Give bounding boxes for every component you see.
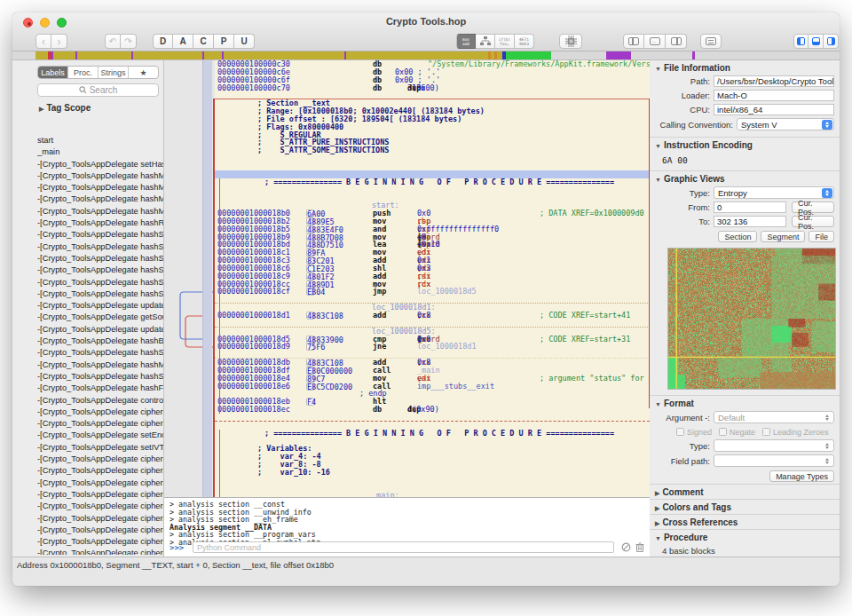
field-path-popup[interactable] — [714, 454, 834, 467]
label-list-item[interactable]: start — [37, 135, 163, 146]
asm-line[interactable]: 00000001000018d975F6jneloc_1000018d1 — [215, 343, 650, 351]
label-list-item[interactable]: -[Crypto_ToolsAppDelegate update… — [37, 300, 163, 312]
label-list-item[interactable]: -[Crypto_ToolsAppDelegate hashSH… — [37, 265, 163, 276]
checkbox-negate[interactable]: Negate — [719, 428, 755, 437]
format-type-popup[interactable] — [714, 439, 834, 452]
view-cfg-button[interactable] — [476, 34, 495, 49]
label-list-item[interactable]: -[Crypto_ToolsAppDelegate hashSH… — [37, 288, 163, 300]
section-range-button[interactable]: Section — [718, 231, 757, 242]
label-list-item[interactable]: -[Crypto_ToolsAppDelegate hashSH… — [37, 229, 163, 241]
path-field[interactable]: /Users/bsr/Desktop/Crypto Tools.a — [714, 75, 834, 87]
comment-header[interactable]: ▶Comment — [655, 487, 834, 497]
view-pseudocode-button[interactable]: if(b)foo; — [495, 34, 515, 49]
search-field[interactable]: Search — [37, 83, 159, 97]
label-list-item[interactable]: -[Crypto_ToolsAppDelegate cipherin… — [37, 454, 163, 465]
asm-line[interactable]: 00000001000018e6E8C5CD0200callimp___stub… — [215, 383, 650, 391]
view-assembly-button[interactable]: movadd — [456, 34, 476, 49]
procedure-header-line[interactable]: ; =============== B E G I N N I N G O F … — [215, 178, 650, 186]
show-sidebar-button[interactable] — [793, 34, 809, 49]
label-list-item[interactable]: -[Crypto_ToolsAppDelegate cipherin… — [37, 536, 163, 548]
label-list-item[interactable]: -[Crypto_ToolsAppDelegate setHash… — [37, 159, 163, 170]
assembly-view[interactable]: 0000000100000c30db"/System/Library/Frame… — [215, 60, 650, 497]
label-list-item[interactable]: -[Crypto_ToolsAppDelegate hashSH… — [37, 241, 163, 253]
procedure-header[interactable]: ▼Procedure — [655, 533, 834, 542]
back-button[interactable]: ‹ — [36, 34, 51, 49]
label-list-item[interactable]: -[Crypto_ToolsAppDelegate hashSH… — [37, 277, 163, 288]
cpu-field[interactable]: intel/x86_64 — [714, 104, 834, 115]
label-list-item[interactable]: -[Crypto_ToolsAppDelegate setEncr… — [37, 430, 163, 441]
argument-popup[interactable]: Default — [714, 411, 834, 423]
from-cur-pos-button[interactable]: Cur. Pos. — [792, 201, 834, 213]
label-list-item[interactable]: -[Crypto_ToolsAppDelegate hashStri… — [37, 371, 163, 383]
segment-range-button[interactable]: Segment — [761, 231, 805, 242]
label-list-item[interactable]: -[Crypto_ToolsAppDelegate hashSo… — [37, 347, 163, 359]
log-window-button[interactable] — [700, 34, 722, 49]
mode-p-button[interactable]: P — [214, 34, 234, 49]
mode-c-button[interactable]: C — [193, 34, 214, 49]
label-list-item[interactable]: -[Crypto_ToolsAppDelegate cipherin… — [37, 513, 163, 525]
mode-u-button[interactable]: U — [234, 34, 255, 49]
mode-d-button[interactable]: D — [153, 34, 173, 49]
asm-line[interactable]: 0000000100000c70db3136 dup (0x00) — [215, 84, 650, 92]
debugger-button[interactable] — [559, 34, 582, 49]
calling-convention-popup[interactable]: System V — [737, 118, 834, 130]
graph-type-popup[interactable]: Entropy — [714, 186, 834, 199]
manage-types-button[interactable]: Manage Types — [769, 470, 834, 482]
toggle-right-panel-button[interactable] — [666, 34, 687, 49]
label-list-item[interactable]: -[Crypto_ToolsAppDelegate hashMD… — [37, 193, 163, 205]
label-list-item[interactable]: -[Crypto_ToolsAppDelegate hashMD… — [37, 206, 163, 217]
colors-and-tags-header[interactable]: ▶Colors and Tags — [655, 502, 834, 512]
label-list-item[interactable]: -[Crypto_ToolsAppDelegate hashMe… — [37, 359, 163, 371]
toggle-bottom-panel-button[interactable]: ··· — [644, 34, 666, 49]
label-list-item[interactable]: -[Crypto_ToolsAppDelegate hashRIP… — [37, 217, 163, 229]
title-bar[interactable]: Crypto Tools.hop — [12, 12, 840, 32]
label-list-item[interactable]: _main — [37, 146, 163, 158]
label-list-item[interactable]: -[Crypto_ToolsAppDelegate cipherin… — [37, 465, 163, 477]
label-list-item[interactable]: -[Crypto_ToolsAppDelegate cipherin… — [37, 478, 163, 489]
comment-line[interactable]: ; S_ATTR_SOME_INSTRUCTIONS — [215, 146, 650, 154]
label-list-item[interactable]: -[Crypto_ToolsAppDelegate cipherin… — [37, 489, 163, 501]
label-list-item[interactable]: -[Crypto_ToolsAppDelegate cipherin… — [37, 548, 163, 555]
checkbox-signed[interactable]: Signed — [676, 428, 712, 437]
asm-line[interactable]: 00000001000018ecdb4 dup (0x90) — [215, 406, 650, 414]
file-information-header[interactable]: ▼File Information — [655, 63, 834, 73]
redo-button[interactable]: ↷ — [121, 34, 137, 49]
clear-console-icon[interactable] — [621, 542, 631, 552]
forward-button[interactable]: › — [51, 34, 67, 49]
tab-strings[interactable]: Strings — [99, 67, 129, 78]
label-list-item[interactable]: -[Crypto_ToolsAppDelegate setIVTe… — [37, 442, 163, 454]
comment-line[interactable]: ; var_10: -16 — [215, 469, 650, 477]
label-list-item[interactable]: -[Crypto_ToolsAppDelegate hashMD… — [37, 182, 163, 193]
cross-references-header[interactable]: ▶Cross References — [655, 517, 834, 527]
label-list-item[interactable]: -[Crypto_ToolsAppDelegate cipherin… — [37, 525, 163, 536]
label-list-item[interactable]: -[Crypto_ToolsAppDelegate hashSH… — [37, 253, 163, 265]
instruction-encoding-header[interactable]: ▼Instruction Encoding — [655, 140, 834, 150]
to-cur-pos-button[interactable]: Cur. Pos. — [792, 216, 834, 227]
view-hex-button[interactable]: 4E719DE3 — [515, 34, 534, 49]
from-field[interactable]: 0 — [714, 201, 786, 213]
label-list-item[interactable]: -[Crypto_ToolsAppDelegate cipherin… — [37, 418, 163, 430]
file-range-button[interactable]: File — [809, 231, 834, 242]
navigation-strip[interactable] — [12, 51, 840, 60]
label-list-item[interactable]: -[Crypto_ToolsAppDelegate cipherin… — [37, 407, 163, 418]
label-list-item[interactable]: -[Crypto_ToolsAppDelegate hashMD… — [37, 170, 163, 182]
toggle-left-panel-button[interactable] — [623, 34, 644, 49]
label-list-item[interactable]: -[Crypto_ToolsAppDelegate controlT… — [37, 395, 163, 407]
tab-labels[interactable]: Labels — [38, 67, 68, 78]
graphic-views-header[interactable]: ▼Graphic Views — [655, 174, 834, 184]
entropy-graph[interactable] — [667, 248, 836, 390]
tab-[interactable]: ★ — [129, 67, 158, 78]
format-header[interactable]: ▼Format — [655, 399, 834, 408]
label-list-item[interactable]: -[Crypto_ToolsAppDelegate getSour… — [37, 312, 163, 323]
loader-field[interactable]: Mach-O — [714, 90, 834, 101]
asm-line[interactable]: 00000001000018d14883C108addrcx, 0x8; COD… — [215, 312, 650, 320]
mode-a-button[interactable]: A — [173, 34, 193, 49]
show-console-button[interactable] — [809, 34, 824, 49]
label-list-item[interactable]: -[Crypto_ToolsAppDelegate cipherin… — [37, 501, 163, 512]
python-command-input[interactable]: Python Command — [193, 541, 614, 553]
tag-scope-row[interactable]: ▶Tag Scope — [39, 103, 91, 113]
procedure-header-line[interactable]: ; =============== B E G I N N I N G O F … — [215, 430, 650, 438]
trash-icon[interactable] — [635, 542, 644, 552]
show-inspector-button[interactable] — [824, 34, 839, 49]
undo-button[interactable]: ↶ — [105, 34, 121, 49]
